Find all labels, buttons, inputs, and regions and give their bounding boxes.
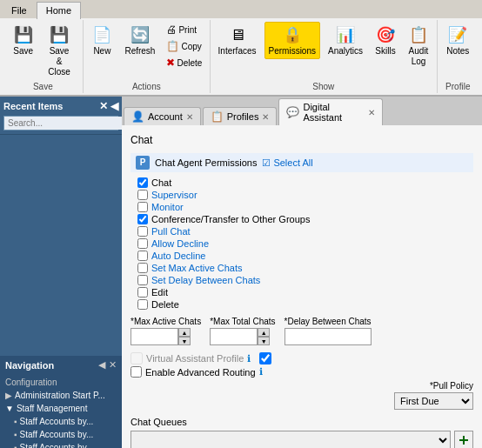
interfaces-icon: 🖥 bbox=[227, 24, 248, 45]
checkbox-set-max-active-label[interactable]: Set Max Active Chats bbox=[151, 263, 243, 273]
tree-item-staff-accounts-1[interactable]: ▪ Staff Accounts by... bbox=[0, 415, 122, 428]
tab-profiles-icon: 📋 bbox=[211, 110, 224, 123]
checkbox-edit: Edit bbox=[137, 287, 473, 298]
checkbox-set-delay-label[interactable]: Set Delay Between Chats bbox=[151, 275, 260, 285]
queue-add-button[interactable] bbox=[454, 431, 473, 448]
checkbox-delete-label[interactable]: Delete bbox=[151, 299, 179, 310]
tree-grid-icon: ▪ bbox=[14, 417, 17, 426]
agent-perms-header: P Chat Agent Permissions ☑ Select All bbox=[131, 153, 473, 172]
checkbox-pull-chat: Pull Chat bbox=[137, 226, 473, 237]
checkbox-edit-input[interactable] bbox=[137, 287, 148, 298]
save-label: Save bbox=[13, 46, 33, 57]
queue-dropdown[interactable] bbox=[131, 431, 451, 448]
delete-label: Delete bbox=[177, 58, 202, 68]
tab-file[interactable]: File bbox=[2, 2, 37, 18]
analytics-button[interactable]: 📊 Analytics bbox=[324, 22, 367, 59]
virtual-assistant-label: Virtual Assistant Profile ℹ bbox=[131, 352, 251, 364]
virtual-assistant-right-checkbox[interactable] bbox=[259, 352, 271, 364]
checkbox-supervisor-label[interactable]: Supervisor bbox=[151, 190, 197, 200]
enable-advanced-routing-label-text: Enable Advanced Routing bbox=[145, 367, 256, 378]
notes-label: Notes bbox=[446, 46, 469, 57]
tree-item-admin[interactable]: ▶ Administration Start P... bbox=[0, 389, 122, 402]
checkbox-delete-input[interactable] bbox=[137, 299, 148, 310]
tree-item-staff-accounts-3[interactable]: ▪ Staff Accounts by... bbox=[0, 441, 122, 448]
sidebar-search-input[interactable] bbox=[4, 117, 122, 130]
checkbox-monitor-input[interactable] bbox=[137, 202, 148, 212]
checkbox-chat-label[interactable]: Chat bbox=[151, 177, 171, 188]
tab-digital-assistant-close[interactable]: ✕ bbox=[368, 108, 375, 117]
virtual-assistant-info-icon[interactable]: ℹ bbox=[247, 353, 251, 364]
queue-add-icon bbox=[458, 434, 470, 446]
pull-policy-select[interactable]: First Due Round Robin Least Active bbox=[394, 392, 473, 410]
sidebar-search-wrap: ▼ bbox=[3, 116, 118, 130]
audit-log-button[interactable]: 📋 AuditLog bbox=[404, 22, 433, 70]
interfaces-button[interactable]: 🖥 Interfaces bbox=[214, 22, 261, 59]
nav-section-label: Configuration bbox=[0, 376, 122, 389]
tab-account[interactable]: 👤 Account ✕ bbox=[124, 107, 201, 125]
print-button[interactable]: 🖨 Print bbox=[163, 22, 205, 37]
nav-pin-icon[interactable]: ◀ bbox=[98, 359, 105, 371]
max-active-chats-input[interactable]: 10 bbox=[131, 328, 178, 345]
tree-folder-icon: ▼ bbox=[5, 404, 14, 413]
checkbox-conference-input[interactable] bbox=[137, 214, 148, 224]
max-total-spin-up[interactable]: ▲ bbox=[258, 328, 270, 337]
ribbon-group-save: 💾 Save 💾 Save &Close Save bbox=[3, 20, 84, 93]
checkbox-edit-label[interactable]: Edit bbox=[151, 287, 168, 298]
new-icon: 📄 bbox=[91, 24, 112, 45]
tree-expand-icon: ▶ bbox=[5, 391, 12, 400]
enable-advanced-routing-info-icon[interactable]: ℹ bbox=[259, 366, 263, 378]
tree-item-staff-accounts-2[interactable]: ▪ Staff Accounts by... bbox=[0, 428, 122, 441]
checkbox-set-delay-input[interactable] bbox=[137, 275, 148, 285]
permissions-button[interactable]: 🔒 Permissions bbox=[264, 22, 320, 59]
sidebar-recent-close[interactable]: ✕ ◀ bbox=[99, 100, 118, 112]
refresh-label: Refresh bbox=[124, 46, 155, 57]
checkbox-pull-chat-input[interactable] bbox=[137, 226, 148, 237]
checkbox-auto-decline-input[interactable] bbox=[137, 251, 148, 261]
nav-close-icon[interactable]: ✕ bbox=[109, 359, 117, 371]
svg-rect-1 bbox=[463, 436, 465, 445]
tab-profiles-close[interactable]: ✕ bbox=[262, 112, 269, 122]
save-button[interactable]: 💾 Save bbox=[9, 22, 37, 59]
checkbox-conference-label[interactable]: Conference/Transfer to Other Groups bbox=[151, 214, 310, 224]
tab-profiles-label: Profiles bbox=[227, 111, 259, 122]
tab-home[interactable]: Home bbox=[37, 2, 81, 19]
actions-group-label: Actions bbox=[89, 82, 204, 91]
checkbox-auto-decline-label[interactable]: Auto Decline bbox=[151, 251, 205, 261]
tree-item-staff-mgmt[interactable]: ▼ Staff Management bbox=[0, 402, 122, 415]
checkbox-supervisor-input[interactable] bbox=[137, 190, 148, 200]
checkbox-set-max-active-input[interactable] bbox=[137, 263, 148, 273]
max-total-chats-input[interactable]: 10 bbox=[210, 328, 258, 345]
pull-policy-row: *Pull Policy First Due Round Robin Least… bbox=[131, 381, 473, 410]
enable-advanced-routing-label: Enable Advanced Routing ℹ bbox=[131, 366, 263, 378]
checkbox-allow-decline-label[interactable]: Allow Decline bbox=[151, 238, 209, 249]
recent-items-title: Recent Items bbox=[3, 101, 63, 111]
max-active-spin-up[interactable]: ▲ bbox=[178, 328, 191, 337]
delay-between-chats-field: *Delay Between Chats 0 bbox=[285, 317, 372, 345]
copy-button[interactable]: 📋 Copy bbox=[163, 38, 205, 54]
delete-button[interactable]: ✖ Delete bbox=[163, 55, 205, 70]
notes-button[interactable]: 📝 Notes bbox=[442, 22, 473, 59]
checkbox-monitor: Monitor bbox=[137, 202, 473, 212]
new-button[interactable]: 📄 New bbox=[87, 22, 117, 59]
save-close-button[interactable]: 💾 Save &Close bbox=[41, 22, 77, 80]
content-area: 👤 Account ✕ 📋 Profiles ✕ 💬 Digital Assis… bbox=[122, 97, 482, 448]
max-total-spin-down[interactable]: ▼ bbox=[258, 337, 270, 345]
refresh-button[interactable]: 🔄 Refresh bbox=[120, 22, 159, 59]
checkbox-supervisor: Supervisor bbox=[137, 190, 473, 200]
virtual-assistant-checkbox[interactable] bbox=[131, 352, 143, 364]
skills-button[interactable]: 🎯 Skills bbox=[371, 22, 400, 59]
checkbox-pull-chat-label[interactable]: Pull Chat bbox=[151, 226, 191, 237]
enable-advanced-routing-checkbox[interactable] bbox=[131, 366, 142, 378]
checkbox-chat-input[interactable] bbox=[137, 177, 148, 188]
sidebar-nav-icons: ◀ ✕ bbox=[98, 359, 117, 371]
tab-digital-assistant[interactable]: 💬 Digital Assistant ✕ bbox=[278, 98, 383, 125]
max-active-spin-down[interactable]: ▼ bbox=[178, 337, 191, 345]
delay-between-chats-input[interactable]: 0 bbox=[285, 328, 372, 345]
interfaces-label: Interfaces bbox=[218, 46, 257, 57]
tab-account-close[interactable]: ✕ bbox=[186, 112, 193, 122]
select-all-button[interactable]: ☑ Select All bbox=[262, 157, 312, 169]
checkbox-set-max-active: Set Max Active Chats bbox=[137, 263, 473, 273]
tab-profiles[interactable]: 📋 Profiles ✕ bbox=[203, 107, 278, 125]
checkbox-monitor-label[interactable]: Monitor bbox=[151, 202, 184, 212]
checkbox-allow-decline-input[interactable] bbox=[137, 238, 148, 249]
